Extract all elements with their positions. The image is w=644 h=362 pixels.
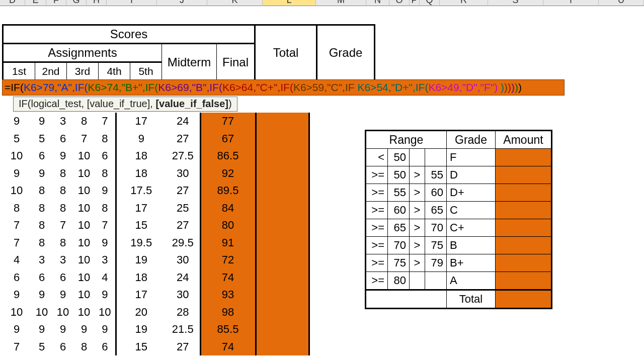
cell-final[interactable]: 27.5 xyxy=(166,147,200,165)
cell-total[interactable]: 98 xyxy=(200,304,256,321)
cell-assignment[interactable]: 8 xyxy=(95,130,116,148)
data-row[interactable]: 433103193072 xyxy=(2,251,309,269)
cell-midterm[interactable]: 19 xyxy=(116,321,166,338)
data-row[interactable]: 999109173093 xyxy=(2,286,309,304)
cell-total[interactable]: 67 xyxy=(200,130,256,148)
cell-final[interactable]: 24 xyxy=(166,113,200,130)
data-row[interactable]: 787107152780 xyxy=(2,217,309,234)
cell-assignment[interactable]: 10 xyxy=(73,269,95,287)
col-header-H[interactable]: H xyxy=(87,0,107,6)
lookup-amount[interactable] xyxy=(496,219,552,237)
cell-assignment[interactable]: 5 xyxy=(2,130,31,148)
cell-total[interactable]: 91 xyxy=(200,234,256,252)
col-header-M[interactable]: M xyxy=(316,0,366,6)
cell-assignment[interactable]: 9 xyxy=(73,321,95,338)
cell-final[interactable]: 28 xyxy=(166,304,200,321)
cell-total[interactable]: 93 xyxy=(200,286,256,304)
cell-assignment[interactable]: 8 xyxy=(95,200,116,217)
data-row[interactable]: 999991921.585.5 xyxy=(2,321,309,338)
col-header-O[interactable]: O xyxy=(389,0,410,6)
data-row[interactable]: 78810919.529.591 xyxy=(2,234,309,252)
col-header-U[interactable]: U xyxy=(599,0,644,6)
data-row[interactable]: 108810917.52789.5 xyxy=(2,182,309,200)
cell-midterm[interactable]: 9 xyxy=(116,130,166,148)
cell-total[interactable]: 74 xyxy=(200,338,256,356)
cell-final[interactable]: 25 xyxy=(166,200,200,217)
cell-midterm[interactable]: 18 xyxy=(116,165,166,183)
cell-total[interactable]: 85.5 xyxy=(200,321,256,338)
cell-final[interactable]: 27 xyxy=(166,130,200,148)
cell-assignment[interactable]: 10 xyxy=(73,234,95,252)
lookup-amount[interactable] xyxy=(496,149,552,166)
cell-assignment[interactable]: 9 xyxy=(2,113,31,130)
cell-total[interactable]: 84 xyxy=(200,200,256,217)
cell-assignment[interactable]: 7 xyxy=(52,217,73,234)
lookup-amount[interactable] xyxy=(496,237,552,254)
cell-total[interactable]: 72 xyxy=(200,251,256,269)
cell-assignment[interactable]: 10 xyxy=(73,251,95,269)
cell-grade[interactable] xyxy=(256,338,309,356)
cell-assignment[interactable]: 6 xyxy=(52,269,73,287)
cell-assignment[interactable]: 3 xyxy=(31,251,52,269)
col-header-N[interactable]: N xyxy=(366,0,389,6)
cell-assignment[interactable]: 9 xyxy=(31,113,52,130)
cell-midterm[interactable]: 17 xyxy=(116,200,166,217)
cell-grade[interactable] xyxy=(256,234,309,252)
cell-assignment[interactable]: 10 xyxy=(2,182,31,200)
cell-grade[interactable] xyxy=(256,130,309,148)
data-table[interactable]: 99387172477556789276710691061827.586.599… xyxy=(2,113,310,355)
cell-assignment[interactable]: 6 xyxy=(31,269,52,287)
cell-assignment[interactable]: 6 xyxy=(2,269,31,287)
cell-midterm[interactable]: 18 xyxy=(116,147,166,165)
col-header-K[interactable]: K xyxy=(207,0,263,6)
tooltip-arg2[interactable]: [value_if_true] xyxy=(87,98,150,109)
data-row[interactable]: 5567892767 xyxy=(2,130,309,148)
cell-assignment[interactable]: 8 xyxy=(52,182,73,200)
cell-assignment[interactable]: 9 xyxy=(95,234,116,252)
lookup-amount[interactable] xyxy=(496,184,552,202)
cell-total[interactable]: 86.5 xyxy=(200,147,256,165)
cell-assignment[interactable]: 9 xyxy=(2,165,31,183)
cell-final[interactable]: 21.5 xyxy=(166,321,200,338)
cell-assignment[interactable]: 9 xyxy=(52,147,73,165)
cell-midterm[interactable]: 17 xyxy=(116,286,166,304)
col-header-S[interactable]: S xyxy=(488,0,543,6)
cell-midterm[interactable]: 19.5 xyxy=(116,234,166,252)
cell-midterm[interactable]: 15 xyxy=(116,338,166,356)
cell-assignment[interactable]: 8 xyxy=(31,182,52,200)
cell-assignment[interactable]: 6 xyxy=(95,147,116,165)
cell-final[interactable]: 27 xyxy=(166,182,200,200)
cell-assignment[interactable]: 10 xyxy=(73,147,95,165)
tooltip-arg3[interactable]: [value_if_false] xyxy=(155,98,228,109)
cell-assignment[interactable]: 8 xyxy=(52,200,73,217)
cell-assignment[interactable]: 8 xyxy=(73,113,95,130)
col-header-T[interactable]: T xyxy=(543,0,599,6)
cell-grade[interactable] xyxy=(256,251,309,269)
cell-grade[interactable] xyxy=(256,113,309,130)
cell-grade[interactable] xyxy=(256,217,309,234)
col-header-F[interactable]: F xyxy=(46,0,66,6)
cell-assignment[interactable]: 8 xyxy=(52,165,73,183)
cell-grade[interactable] xyxy=(256,147,309,165)
lookup-total-amount[interactable] xyxy=(496,290,552,309)
cell-grade[interactable] xyxy=(256,304,309,321)
cell-assignment[interactable]: 9 xyxy=(2,286,31,304)
cell-assignment[interactable]: 4 xyxy=(2,251,31,269)
cell-assignment[interactable]: 8 xyxy=(95,165,116,183)
cell-final[interactable]: 29.5 xyxy=(166,234,200,252)
cell-grade[interactable] xyxy=(256,286,309,304)
cell-assignment[interactable]: 9 xyxy=(52,286,73,304)
cell-grade[interactable] xyxy=(256,321,309,338)
cell-assignment[interactable]: 10 xyxy=(2,304,31,321)
col-header-J[interactable]: J xyxy=(157,0,207,6)
cell-midterm[interactable]: 17 xyxy=(116,113,166,130)
cell-assignment[interactable]: 10 xyxy=(73,200,95,217)
cell-total[interactable]: 74 xyxy=(200,269,256,287)
lookup-amount[interactable] xyxy=(496,202,552,219)
grade-lookup-table[interactable]: Range Grade Amount <50F>=50>55D>=55>60D+… xyxy=(365,130,552,309)
cell-midterm[interactable]: 19 xyxy=(116,251,166,269)
cell-assignment[interactable]: 7 xyxy=(2,338,31,356)
cell-assignment[interactable]: 8 xyxy=(52,234,73,252)
cell-assignment[interactable]: 7 xyxy=(95,113,116,130)
cell-assignment[interactable]: 3 xyxy=(52,251,73,269)
